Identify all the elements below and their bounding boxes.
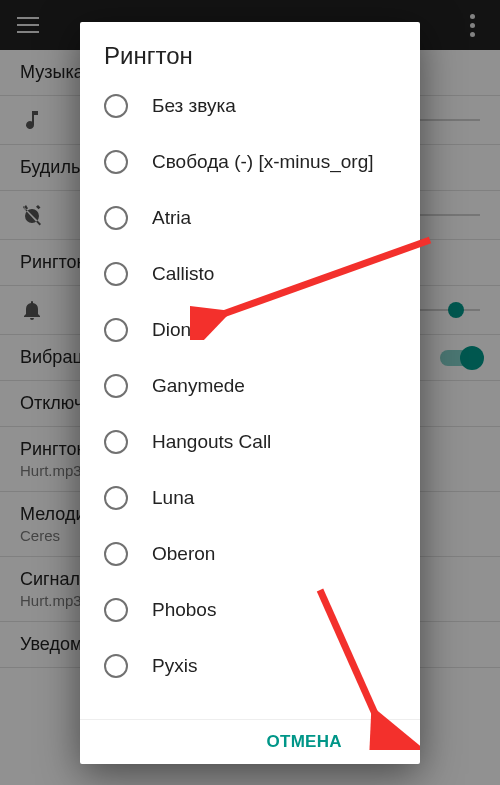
radio-icon[interactable] [104,430,128,454]
radio-icon[interactable] [104,542,128,566]
ringtone-option[interactable]: Oberon [80,526,420,582]
ringtone-label: Pyxis [152,655,197,677]
ringtone-option[interactable]: Atria [80,190,420,246]
radio-icon[interactable] [104,318,128,342]
radio-icon[interactable] [104,206,128,230]
ringtone-label: Dione [152,319,202,341]
ringtone-option[interactable]: Без звука [80,78,420,134]
radio-icon[interactable] [104,486,128,510]
ringtone-option[interactable]: Phobos [80,582,420,638]
radio-icon[interactable] [104,262,128,286]
radio-icon[interactable] [104,150,128,174]
radio-icon[interactable] [104,374,128,398]
ringtone-option[interactable]: Dione [80,302,420,358]
ringtone-label: Atria [152,207,191,229]
ringtone-label: Без звука [152,95,236,117]
ringtone-list[interactable]: Без звука Свобода (-) [x-minus_org] Atri… [80,78,420,719]
ringtone-label: Свобода (-) [x-minus_org] [152,151,374,173]
ringtone-option[interactable]: Свобода (-) [x-minus_org] [80,134,420,190]
radio-icon[interactable] [104,654,128,678]
ringtone-option[interactable]: Hangouts Call [80,414,420,470]
ringtone-label: Luna [152,487,194,509]
ringtone-label: Phobos [152,599,216,621]
radio-icon[interactable] [104,94,128,118]
dialog-title: Рингтон [80,22,420,78]
cancel-button[interactable]: ОТМЕНА [266,732,341,752]
ok-button[interactable]: OK [370,732,396,752]
ringtone-label: Callisto [152,263,214,285]
ringtone-label: Hangouts Call [152,431,271,453]
ringtone-dialog: Рингтон Без звука Свобода (-) [x-minus_o… [80,22,420,764]
dialog-actions: ОТМЕНА OK [80,719,420,764]
ringtone-option[interactable]: Callisto [80,246,420,302]
ringtone-option[interactable]: Ganymede [80,358,420,414]
ringtone-option[interactable]: Pyxis [80,638,420,694]
ringtone-label: Oberon [152,543,215,565]
ringtone-option[interactable]: Luna [80,470,420,526]
ringtone-label: Ganymede [152,375,245,397]
radio-icon[interactable] [104,598,128,622]
